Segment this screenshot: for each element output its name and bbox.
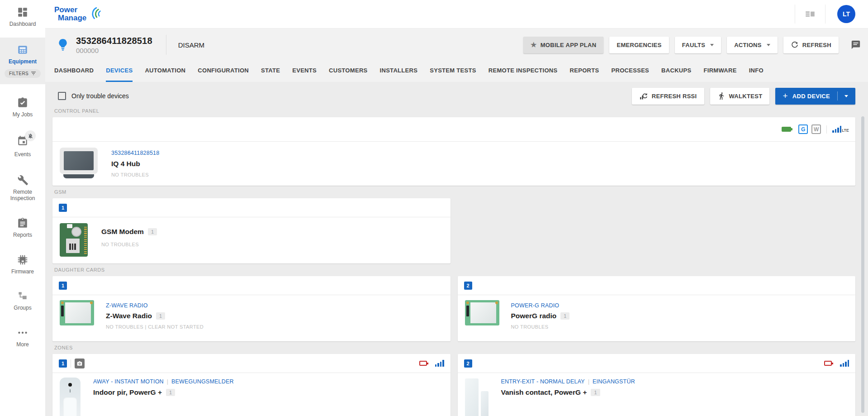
divider: | [588,378,589,385]
mobile-app-plan-button[interactable]: ★ MOBILE APP PLAN [523,37,603,53]
tab-processes[interactable]: PROCESSES [611,67,649,82]
wifi-module-indicator: W [811,124,821,134]
divider: | [167,378,168,385]
sidebar-item-label: My Jobs [13,112,33,118]
tab-installers[interactable]: INSTALLERS [380,67,418,82]
battery-ok-icon [782,127,791,132]
panels-list-icon [804,8,816,20]
refresh-rssi-icon [639,91,648,100]
sidebar-item-more[interactable]: More [0,320,45,354]
refresh-button[interactable]: REFRESH [783,37,839,53]
filter-icon [31,71,36,76]
device-status: NO TROUBLES [111,172,159,177]
tab-reports[interactable]: REPORTS [570,67,599,82]
zone-name-link[interactable]: EINGANGSTÜR [593,378,635,385]
device-name: Vanish contact, PowerG + [501,388,587,397]
filters-label: FILTERS [9,71,28,76]
sidebar-item-remote-inspection[interactable]: Remote Inspection [0,168,45,207]
actions-dropdown-button[interactable]: ACTIONS [727,37,778,53]
add-device-button[interactable]: + ADD DEVICE [775,88,855,105]
devices-toolbar: Only trouble devices REFRESH RSSI WALKTE… [52,87,855,105]
sidebar-item-events[interactable]: Events [0,129,45,163]
device-name: Indoor pir, PowerG + [93,388,162,397]
device-type-link[interactable]: POWER-G RADIO [511,302,560,309]
bell-off-icon [28,133,33,139]
only-trouble-devices-label: Only trouble devices [71,92,129,100]
panel-header: 353286411828518 000000 DISARM ★ MOBILE A… [45,29,868,82]
sidebar-item-reports[interactable]: Reports [0,211,45,244]
group-count-badge: 2 [464,282,472,290]
zone-name-link[interactable]: BEWEGUNGSMELDER [171,378,234,385]
sidebar-item-dashboard[interactable]: Dashboard [0,0,45,33]
refresh-rssi-button[interactable]: REFRESH RSSI [632,88,704,105]
only-trouble-devices-checkbox[interactable] [58,92,66,100]
divider [825,5,825,24]
tab-dashboard[interactable]: DASHBOARD [54,67,94,82]
cellular-signal-lte-icon: LTE [832,126,849,133]
device-status: NO TROUBLES [101,242,157,247]
device-count-chip: 1 [560,312,569,320]
zone-arm-mode-link[interactable]: AWAY - INSTANT MOTION [93,378,164,385]
zone-card-2: 2 ENTRY-EXIT - NORMAL DELAY | EINGANGSTÜ… [458,354,856,416]
sidebar-item-equipment[interactable]: Equipment FILTERS [0,38,45,84]
device-status: NO TROUBLES | CLEAR NOT STARTED [106,324,204,330]
chat-icon [851,40,861,50]
vertical-scrollbar[interactable] [861,116,864,413]
signal-strength-icon [840,360,849,367]
more-dots-icon [17,327,28,339]
device-type-link[interactable]: Z-WAVE RADIO [106,302,148,309]
tab-events[interactable]: EVENTS [292,67,317,82]
wrench-icon [17,174,28,186]
star-icon: ★ [531,41,537,49]
gsm-modem-thumbnail [60,223,88,257]
sidebar-item-label: Dashboard [9,21,36,28]
panel-state-disarm[interactable]: DISARM [178,41,204,49]
device-name: PowerG radio [511,312,557,320]
filters-button[interactable]: FILTERS [5,69,41,78]
zone-card-1: 1 AWAY - INSTANT MOTION | [52,354,451,416]
sidebar-item-groups[interactable]: Groups [0,284,45,317]
sidebar-item-label: Reports [13,232,32,239]
divider [71,359,71,368]
device-count-chip: 1 [166,389,175,396]
only-trouble-devices-toggle[interactable]: Only trouble devices [58,92,129,100]
tab-firmware[interactable]: FIRMWARE [703,67,736,82]
panel-tabs: DASHBOARD DEVICES AUTOMATION CONFIGURATI… [54,67,863,82]
tab-info[interactable]: INFO [749,67,764,82]
panel-device-link[interactable]: 353286411828518 [111,150,159,156]
walktest-button[interactable]: WALKTEST [710,88,770,105]
motion-sensor-thumbnail [60,378,81,416]
faults-dropdown-button[interactable]: FAULTS [675,37,721,53]
user-avatar[interactable]: LT [837,5,855,23]
panels-list-button[interactable] [795,8,825,20]
tab-devices[interactable]: DEVICES [106,67,133,82]
powermanage-logo[interactable]: Power Manage [54,6,104,22]
section-title-gsm: GSM [54,189,868,195]
tab-system-tests[interactable]: SYSTEM TESTS [430,67,476,82]
firmware-chip-icon [17,254,28,266]
chat-button[interactable] [851,40,861,50]
zwave-radio-thumbnail [60,300,94,325]
device-status: NO TROUBLES [511,324,570,330]
sidebar: Dashboard Equipment FILTERS My Jobs [0,0,45,416]
notifications-muted-badge[interactable] [25,130,36,141]
section-title-zones: ZONES [54,345,868,350]
group-count-badge: 1 [59,204,67,212]
control-panel-thumbnail [60,148,98,178]
gsm-module-indicator: G [798,124,808,134]
logo-line1: Power [54,6,86,14]
tab-backups[interactable]: BACKUPS [661,67,691,82]
tab-state[interactable]: STATE [261,67,280,82]
emergencies-button[interactable]: EMERGENCIES [609,37,669,53]
zone-arm-mode-link[interactable]: ENTRY-EXIT - NORMAL DELAY [501,378,585,385]
sidebar-item-firmware[interactable]: Firmware [0,248,45,281]
tab-configuration[interactable]: CONFIGURATION [198,67,249,82]
signal-strength-icon [435,360,444,367]
tab-remote-inspections[interactable]: REMOTE INSPECTIONS [489,67,558,82]
sidebar-item-label: Groups [14,305,31,311]
tab-customers[interactable]: CUSTOMERS [329,67,368,82]
sidebar-item-my-jobs[interactable]: My Jobs [0,91,45,124]
chevron-down-icon [710,44,714,46]
sidebar-item-label: Equipment [9,59,37,65]
tab-automation[interactable]: AUTOMATION [145,67,185,82]
